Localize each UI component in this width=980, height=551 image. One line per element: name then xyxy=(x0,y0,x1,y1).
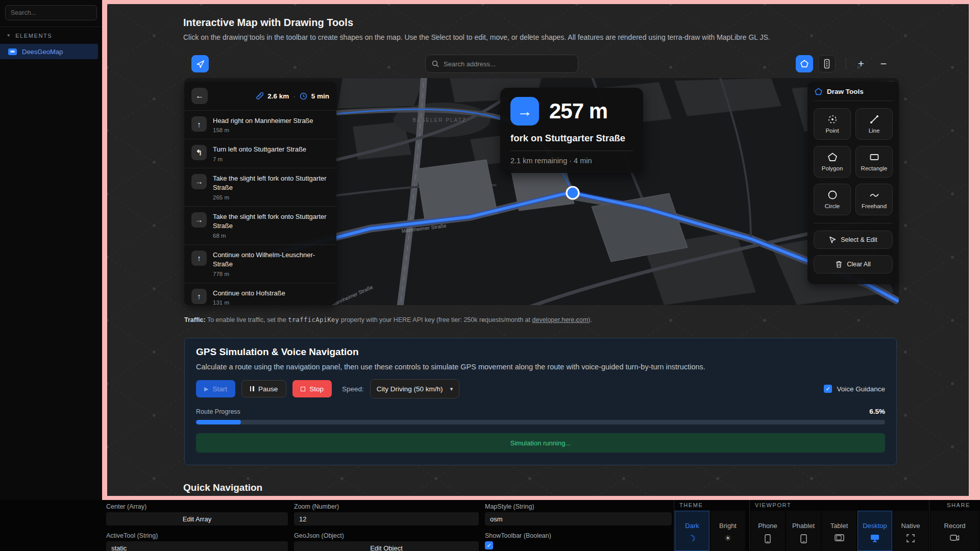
instruction-row[interactable]: ↑ Continue onto Hofstraße 131 m xyxy=(184,283,336,305)
sidebar-section-elements[interactable]: ▾ ELEMENTS xyxy=(7,32,52,39)
instruction-distance: 158 m xyxy=(213,127,329,133)
tool-rectangle-button[interactable]: Rectangle xyxy=(855,146,893,178)
turn-left-icon: ↰ xyxy=(191,145,207,160)
prop-showtoolbar: ShowToolbar (Boolean) ✓ xyxy=(485,532,672,551)
fork-right-icon: → xyxy=(191,174,207,189)
pentagon-icon xyxy=(815,88,822,95)
here-developer-link[interactable]: developer.here.com xyxy=(532,316,589,323)
draw-tools-toggle-button[interactable] xyxy=(796,55,813,72)
address-search-input[interactable] xyxy=(444,60,572,68)
sidebar-search-input[interactable] xyxy=(5,5,97,20)
search-icon xyxy=(432,60,439,67)
address-search xyxy=(425,55,578,73)
gps-panel-title: GPS Simulation & Voice Navigation xyxy=(196,346,885,358)
share-header: SHARE xyxy=(929,500,980,510)
zoom-in-button[interactable]: + xyxy=(852,55,870,72)
select-edit-button[interactable]: Select & Edit xyxy=(814,231,893,249)
route-duration: 5 min xyxy=(311,92,329,100)
viewport-tablet-button[interactable]: Tablet xyxy=(822,511,856,551)
instruction-distance: 7 m xyxy=(213,156,329,162)
edit-object-button[interactable]: Edit Object xyxy=(294,541,479,551)
instruction-row[interactable]: ↰ Turn left onto Stuttgarter Straße 7 m xyxy=(184,139,336,168)
prop-geojson: GeoJson (Object) Edit Object xyxy=(294,532,479,551)
viewport-phone-button[interactable]: Phone xyxy=(750,511,785,551)
arrow-up-icon: ↑ xyxy=(191,116,207,132)
viewport-section: VIEWPORT Phone Phablet xyxy=(749,500,929,551)
back-button[interactable]: ← xyxy=(191,88,208,104)
viewport-header: VIEWPORT xyxy=(750,500,929,510)
viewport-desktop-button[interactable]: Desktop xyxy=(857,511,892,551)
route-distance: 2.6 km xyxy=(267,92,289,100)
viewport-label: Desktop xyxy=(863,522,887,530)
map-element-icon xyxy=(8,48,17,55)
zoom-input[interactable] xyxy=(294,512,479,525)
gps-simulation-panel: GPS Simulation & Voice Navigation Calcul… xyxy=(184,338,897,465)
voice-guidance-checkbox[interactable]: ✓ xyxy=(824,385,832,393)
traffic-note-bold: Traffic: xyxy=(184,316,206,323)
sidebar-item-label: DeesGeoMap xyxy=(22,48,63,56)
record-button[interactable]: Record xyxy=(930,511,979,551)
clear-all-button[interactable]: Clear All xyxy=(814,255,893,273)
instruction-row[interactable]: → Take the slight left fork onto Stuttga… xyxy=(184,168,336,207)
prop-label: MapStyle (String) xyxy=(485,503,672,510)
viewport-native-button[interactable]: Native xyxy=(893,511,928,551)
trash-icon xyxy=(836,261,842,268)
start-button[interactable]: ▶ Start xyxy=(196,380,235,397)
gps-panel-description: Calculate a route using the navigation p… xyxy=(196,363,885,371)
prop-mapstyle: MapStyle (String) xyxy=(485,503,672,525)
remaining-info: 2.1 km remaining · 4 min xyxy=(510,157,633,165)
viewport-label: Tablet xyxy=(830,522,848,530)
locate-button[interactable] xyxy=(191,55,209,72)
tool-label: Rectangle xyxy=(861,165,888,171)
prop-center: Center (Array) Edit Array xyxy=(106,503,288,525)
tool-freehand-button[interactable]: Freehand xyxy=(855,184,893,215)
pause-button[interactable]: Pause xyxy=(241,380,286,397)
tool-polygon-button[interactable]: Polygon xyxy=(814,146,851,178)
fork-right-icon: → xyxy=(191,212,207,228)
measure-button[interactable] xyxy=(818,55,836,72)
viewport-label: Phablet xyxy=(792,522,815,530)
theme-dark-button[interactable]: Dark ☽ xyxy=(675,511,709,551)
polygon-icon xyxy=(827,152,838,162)
theme-bright-button[interactable]: Bright ☀ xyxy=(710,511,745,551)
native-icon xyxy=(906,534,915,542)
viewport-phablet-button[interactable]: Phablet xyxy=(786,511,821,551)
activetool-input[interactable] xyxy=(106,541,288,551)
theme-header: THEME xyxy=(674,500,749,510)
speed-select[interactable]: City Driving (50 km/h) ▾ xyxy=(370,379,459,398)
quick-navigation-title: Quick Navigation xyxy=(183,482,262,493)
stop-button[interactable]: Stop xyxy=(292,380,332,397)
phablet-icon xyxy=(800,534,807,543)
showtoolbar-checkbox[interactable]: ✓ xyxy=(485,541,493,549)
point-icon xyxy=(827,114,838,124)
prop-zoom: Zoom (Number) xyxy=(294,503,479,525)
desktop-icon xyxy=(870,534,879,542)
stage-frame: Interactive Map with Drawing Tools Click… xyxy=(102,0,980,500)
prop-label: ShowToolbar (Boolean) xyxy=(485,532,672,539)
voice-guidance-label: Voice Guidance xyxy=(837,385,885,393)
mapstyle-input[interactable] xyxy=(485,512,672,525)
instruction-distance: 131 m xyxy=(213,299,329,305)
page-subtitle: Click on the drawing tools in the toolba… xyxy=(183,33,770,41)
draw-tools-title: Draw Tools xyxy=(827,88,864,95)
play-icon: ▶ xyxy=(204,386,208,392)
tool-label: Freehand xyxy=(862,203,887,209)
tool-line-button[interactable]: Line xyxy=(855,108,893,140)
edit-array-button[interactable]: Edit Array xyxy=(106,512,288,525)
zoom-out-button[interactable]: − xyxy=(875,55,892,72)
instruction-list: ↑ Head right on Mannheimer Straße 158 m … xyxy=(184,110,336,305)
navigation-panel: ← 2.6 km · 5 min ↑ Head right on Mannh xyxy=(184,82,336,305)
prop-activetool: ActiveTool (String) xyxy=(106,532,288,551)
instruction-distance: 68 m xyxy=(213,233,329,239)
prop-label: Center (Array) xyxy=(106,503,288,510)
arrow-right-icon: → xyxy=(510,97,539,126)
instruction-row[interactable]: → Take the slight left fork onto Stuttga… xyxy=(184,207,336,245)
viewport-label: Phone xyxy=(758,522,777,530)
instruction-row[interactable]: ↑ Continue onto Wilhelm-Leuschner-Straße… xyxy=(184,245,336,283)
page-title: Interactive Map with Drawing Tools xyxy=(183,17,353,29)
tool-circle-button[interactable]: Circle xyxy=(814,184,851,215)
instruction-distance: 778 m xyxy=(213,271,329,277)
tool-point-button[interactable]: Point xyxy=(814,108,851,140)
sidebar-item-deesgeomap[interactable]: DeesGeoMap xyxy=(0,44,98,59)
instruction-row[interactable]: ↑ Head right on Mannheimer Straße 158 m xyxy=(184,111,336,139)
